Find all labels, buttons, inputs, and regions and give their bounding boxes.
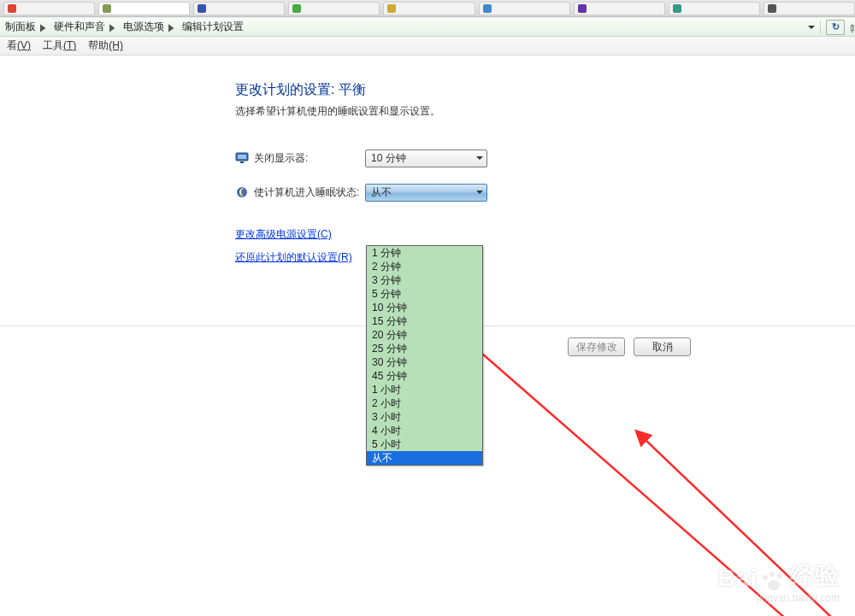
display-off-select[interactable]: 10 分钟 [365, 150, 487, 167]
dropdown-option[interactable]: 1 小时 [367, 383, 482, 396]
browser-tab[interactable] [383, 2, 475, 15]
browser-tab[interactable] [479, 2, 570, 15]
chevron-right-icon: ▶ [40, 21, 45, 33]
dropdown-option[interactable]: 15 分钟 [367, 314, 482, 328]
refresh-icon: ↻ [832, 21, 840, 32]
watermark: Bai 经验 jingyan.baidu.com [717, 560, 840, 604]
browser-tab[interactable] [288, 2, 380, 15]
menu-view[interactable]: 看(V) [2, 37, 36, 55]
sleep-select[interactable]: 从不 [365, 184, 487, 202]
monitor-icon [235, 151, 249, 165]
dropdown-option[interactable]: 2 分钟 [367, 260, 482, 273]
dropdown-option[interactable]: 5 小时 [367, 437, 482, 451]
chevron-down-icon[interactable] [808, 26, 815, 29]
browser-tab[interactable] [669, 2, 760, 15]
select-value: 从不 [371, 185, 392, 200]
crumb-label: 硬件和声音 [54, 20, 105, 34]
address-bar: 制面板 ▶ 硬件和声音 ▶ 电源选项 ▶ 编辑计划设置 ↻ ✎ [0, 17, 855, 37]
setting-sleep: 使计算机进入睡眠状态: 从不 [235, 183, 714, 202]
cancel-button[interactable]: 取消 [634, 337, 691, 356]
dropdown-option[interactable]: 10 分钟 [367, 301, 482, 314]
browser-tab[interactable] [3, 2, 95, 15]
crumb-edit-plan-settings[interactable]: 编辑计划设置 [180, 19, 245, 35]
menu-help[interactable]: 帮助(H) [83, 37, 128, 55]
dropdown-option[interactable]: 25 分钟 [367, 342, 482, 355]
select-value: 10 分钟 [371, 151, 406, 166]
svg-rect-1 [238, 155, 246, 159]
setting-display-off: 关闭显示器: 10 分钟 [235, 149, 714, 167]
svg-rect-2 [240, 161, 244, 163]
menu-bar: 看(V) 工具(T) 帮助(H) [0, 37, 855, 56]
refresh-button[interactable]: ↻ [826, 20, 845, 35]
moon-icon [235, 185, 249, 199]
dropdown-option[interactable]: 20 分钟 [367, 328, 482, 342]
chevron-right-icon: ▶ [168, 21, 174, 33]
breadcrumb: 制面板 ▶ 硬件和声音 ▶ 电源选项 ▶ 编辑计划设置 [3, 19, 245, 35]
crumb-hardware-sound[interactable]: 硬件和声音 ▶ [52, 19, 118, 35]
page-subtitle: 选择希望计算机使用的睡眠设置和显示设置。 [235, 104, 714, 119]
dropdown-option[interactable]: 2 小时 [367, 396, 482, 410]
content-area: 更改计划的设置: 平衡 选择希望计算机使用的睡眠设置和显示设置。 关闭显示器: … [0, 56, 855, 265]
dropdown-option[interactable]: 5 分钟 [367, 287, 482, 301]
dropdown-option[interactable]: 3 小时 [367, 410, 482, 424]
chevron-down-icon [473, 185, 486, 201]
sleep-label: 使计算机进入睡眠状态: [254, 185, 365, 200]
browser-tabstrip [0, 0, 855, 17]
dropdown-option[interactable]: 4 小时 [367, 424, 482, 437]
browser-tab[interactable] [193, 2, 285, 15]
link-advanced-power-settings[interactable]: 更改高级电源设置(C) [235, 228, 332, 240]
crumb-label: 电源选项 [123, 20, 164, 34]
menu-tools[interactable]: 工具(T) [38, 37, 81, 55]
paw-icon [763, 572, 785, 592]
page-title: 更改计划的设置: 平衡 [235, 81, 714, 99]
dropdown-option[interactable]: 从不 [367, 451, 482, 465]
dropdown-option[interactable]: 45 分钟 [367, 369, 482, 383]
dropdown-option[interactable]: 3 分钟 [367, 273, 482, 287]
chevron-down-icon [473, 150, 486, 167]
browser-tab[interactable] [98, 2, 190, 15]
dropdown-option[interactable]: 1 分钟 [367, 246, 482, 260]
dropdown-option[interactable]: 30 分钟 [367, 355, 482, 369]
crumb-control-panel[interactable]: 制面板 ▶ [3, 19, 49, 35]
crumb-power-options[interactable]: 电源选项 ▶ [121, 19, 177, 35]
display-off-label: 关闭显示器: [254, 151, 365, 166]
browser-tab[interactable] [574, 2, 665, 15]
link-restore-defaults[interactable]: 还原此计划的默认设置(R) [235, 251, 352, 263]
crumb-label: 编辑计划设置 [182, 20, 244, 34]
sleep-dropdown-list[interactable]: 1 分钟2 分钟3 分钟5 分钟10 分钟15 分钟20 分钟25 分钟30 分… [366, 245, 483, 466]
pencil-icon[interactable]: ✎ [845, 21, 855, 32]
chevron-right-icon: ▶ [109, 21, 115, 33]
browser-tab[interactable] [764, 2, 855, 15]
save-button[interactable]: 保存修改 [568, 337, 625, 356]
crumb-label: 制面板 [5, 20, 36, 34]
